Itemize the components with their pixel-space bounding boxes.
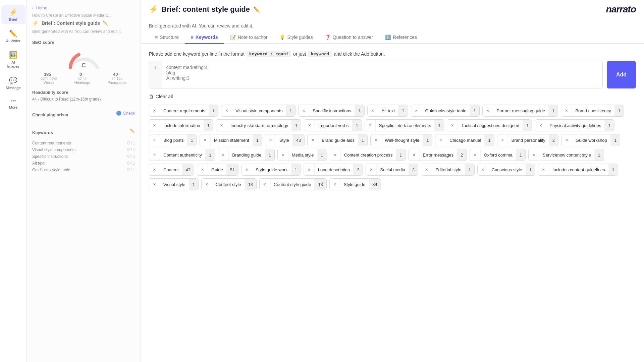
- tab-style-guides[interactable]: 💡 Style guides: [273, 31, 319, 44]
- panel-keywords-edit-icon[interactable]: ✏️: [130, 128, 135, 133]
- tag-remove-button[interactable]: ×: [265, 134, 276, 146]
- tag-remove-button[interactable]: ×: [216, 120, 227, 131]
- back-arrow-icon: ‹: [32, 5, 34, 10]
- tag-remove-button[interactable]: ×: [409, 149, 420, 161]
- tag-remove-button[interactable]: ×: [371, 134, 381, 146]
- tag-remove-button[interactable]: ×: [447, 120, 458, 131]
- tag-remove-button[interactable]: ×: [149, 134, 160, 146]
- kw-line-number: 1: [149, 61, 162, 88]
- readability-section: Readability score 44 - Difficult to Read…: [32, 90, 135, 102]
- tag-remove-button[interactable]: ×: [535, 120, 546, 131]
- tag-count: 1: [610, 134, 620, 146]
- tag-remove-button[interactable]: ×: [149, 164, 160, 175]
- tag-count: 1: [396, 149, 405, 161]
- tag-remove-button[interactable]: ×: [470, 149, 481, 161]
- sidebar-item-message[interactable]: 💬 Message: [1, 74, 25, 93]
- top-bar-left: ⚡ Brief: content style guide ✏️: [149, 5, 260, 14]
- brief-edit-icon[interactable]: ✏️: [253, 6, 260, 13]
- kw-textarea[interactable]: content marketing:4 blog AI writing:3: [162, 61, 602, 88]
- sidebar-item-more[interactable]: ••• More: [1, 95, 25, 112]
- tag-remove-button[interactable]: ×: [529, 149, 539, 161]
- tag-label: Specific instructions: [309, 108, 355, 113]
- main-tabs: ≡ Structure # Keywords 📝 Note to author …: [141, 31, 644, 44]
- keyword-tag: × Guide 51: [197, 164, 238, 176]
- keyword-tag: × Brand guide aids 1: [307, 134, 368, 146]
- tag-remove-button[interactable]: ×: [561, 105, 572, 116]
- plagiarism-title: Check plagiarism: [32, 112, 68, 117]
- tag-remove-button[interactable]: ×: [308, 134, 318, 146]
- tag-label: Brand consistency: [572, 108, 614, 113]
- tag-label: Includes content guidelines: [549, 167, 608, 172]
- brief-subtitle: Brief generated with AI. You can review …: [141, 19, 644, 28]
- tag-count: 1: [614, 105, 624, 116]
- tag-remove-button[interactable]: ×: [330, 179, 340, 190]
- tag-remove-button[interactable]: ×: [221, 105, 232, 116]
- keyword-tag: × Well-thought style 1: [370, 134, 432, 146]
- tag-remove-button[interactable]: ×: [411, 105, 422, 116]
- app-logo: narrato: [606, 4, 636, 15]
- tab-structure[interactable]: ≡ Structure: [149, 31, 185, 44]
- tag-remove-button[interactable]: ×: [330, 149, 341, 161]
- tag-count: 1: [187, 134, 197, 146]
- keyword-tag: × Style 43: [265, 134, 305, 146]
- stat-words: 385 ↑ 2248-3369 Words: [41, 72, 57, 84]
- tag-remove-button[interactable]: ×: [478, 164, 488, 175]
- lightning-icon: ⚡: [149, 5, 158, 14]
- tag-count: 1: [286, 105, 295, 116]
- kw-end-text: and click the Add button.: [334, 51, 385, 57]
- tab-question-to-answer[interactable]: ❓ Question to answer: [319, 31, 379, 44]
- tag-remove-button[interactable]: ×: [278, 149, 288, 161]
- tag-remove-button[interactable]: ×: [421, 164, 432, 175]
- tag-label: Branding guide: [229, 153, 265, 158]
- tag-remove-button[interactable]: ×: [304, 120, 315, 131]
- tag-remove-button[interactable]: ×: [538, 164, 549, 175]
- tag-remove-button[interactable]: ×: [260, 179, 270, 190]
- tag-remove-button[interactable]: ×: [241, 164, 252, 175]
- keyword-tag: × Content 47: [149, 164, 194, 176]
- tab-references[interactable]: ℹ️ References: [379, 31, 423, 44]
- tag-label: Content authenticity: [160, 153, 205, 158]
- tag-remove-button[interactable]: ×: [149, 105, 160, 116]
- sidebar-item-brief[interactable]: ⚡ Brief: [1, 5, 25, 24]
- tag-remove-button[interactable]: ×: [149, 149, 160, 161]
- kw-format2: keyword: [308, 51, 332, 57]
- tag-label: Brand guide aids: [318, 138, 358, 143]
- tag-remove-button[interactable]: ×: [218, 149, 229, 161]
- tag-count: 1: [189, 179, 198, 190]
- tag-remove-button[interactable]: ×: [435, 134, 446, 146]
- add-keyword-button[interactable]: Add: [607, 61, 636, 88]
- tag-remove-button[interactable]: ×: [299, 105, 309, 116]
- tab-note-to-author[interactable]: 📝 Note to author: [224, 31, 274, 44]
- tag-remove-button[interactable]: ×: [149, 120, 160, 131]
- check-plagiarism-icon: 🔵: [116, 111, 121, 116]
- tag-remove-button[interactable]: ×: [366, 164, 377, 175]
- tag-remove-button[interactable]: ×: [483, 105, 493, 116]
- stat-headings-up: ↑: [83, 73, 85, 76]
- tab-keywords[interactable]: # Keywords: [185, 31, 224, 44]
- clear-all-button[interactable]: 🗑 Clear all: [149, 94, 173, 99]
- tag-remove-button[interactable]: ×: [200, 134, 211, 146]
- panel-edit-icon[interactable]: ✏️: [103, 20, 108, 25]
- ai-images-icon: 🖼️: [9, 51, 17, 59]
- tag-label: Conscious style: [488, 167, 526, 172]
- tag-remove-button[interactable]: ×: [365, 120, 376, 131]
- tag-remove-button[interactable]: ×: [368, 105, 378, 116]
- question-tab-icon: ❓: [325, 35, 331, 40]
- tag-label: Content style guide: [270, 182, 314, 187]
- sidebar-item-ai-images[interactable]: 🖼️ AI Images: [1, 48, 25, 71]
- tag-remove-button[interactable]: ×: [497, 134, 508, 146]
- gauge-container: C: [32, 49, 135, 69]
- tag-remove-button[interactable]: ×: [561, 134, 572, 146]
- keyword-tag: × Important verbs 1: [304, 119, 362, 131]
- tag-remove-button[interactable]: ×: [149, 179, 160, 190]
- tag-remove-button[interactable]: ×: [197, 164, 208, 175]
- tag-remove-button[interactable]: ×: [304, 164, 315, 175]
- brief-icon: ⚡: [9, 8, 17, 16]
- back-nav[interactable]: ‹ Home: [32, 5, 135, 10]
- kw-format1: keyword : count: [247, 51, 291, 57]
- keyword-tag: × Social media 2: [366, 164, 418, 176]
- tag-remove-button[interactable]: ×: [202, 179, 212, 190]
- sidebar-item-ai-writer[interactable]: ✏️ AI Writer: [1, 27, 25, 46]
- keyword-tag: × Long description 2: [304, 164, 363, 176]
- check-plagiarism-button[interactable]: 🔵 Check: [116, 111, 135, 116]
